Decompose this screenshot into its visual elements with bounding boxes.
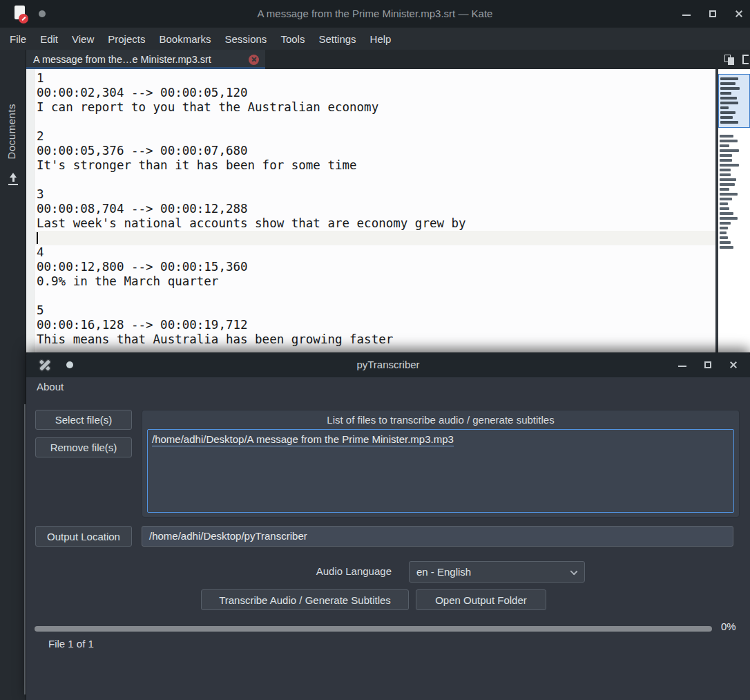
minimap-line <box>720 77 738 80</box>
kate-window-title: A message from the Prime Minister.mp3.sr… <box>0 0 750 28</box>
minimap-line <box>720 149 739 152</box>
text-editor[interactable]: 1 00:00:02,304 --> 00:00:05,120 I can re… <box>26 69 715 352</box>
minimap-line <box>720 202 728 205</box>
minimap-line <box>720 188 729 191</box>
file-list-item[interactable]: /home/adhi/Desktop/A message from the Pr… <box>152 433 454 446</box>
minimap-line <box>720 207 729 210</box>
minimap-line <box>720 102 738 104</box>
subtitle-index: 3 <box>35 187 715 202</box>
subtitle-index: 2 <box>35 129 715 144</box>
minimap-line <box>720 97 737 100</box>
menu-item[interactable]: Edit <box>40 33 58 45</box>
minimize-button[interactable] <box>677 359 688 370</box>
scrollbar-minimap[interactable] <box>718 69 750 352</box>
minimap-line <box>720 106 729 109</box>
minimap-line <box>720 82 735 85</box>
audio-language-select[interactable]: en - English <box>409 561 585 583</box>
editor-gutter <box>26 69 35 352</box>
tab-close-icon[interactable] <box>249 55 259 65</box>
minimap-visible-region[interactable] <box>718 74 750 128</box>
close-button[interactable] <box>733 8 744 19</box>
minimap-line <box>720 87 740 90</box>
menu-item[interactable]: Projects <box>108 33 145 45</box>
desktop: A message from the Prime Minister.mp3.sr… <box>0 0 750 700</box>
sidebar-splitter[interactable] <box>24 404 26 694</box>
pytranscriber-menubar: About <box>26 377 750 397</box>
minimap-lines <box>718 135 750 251</box>
minimap-line <box>720 135 733 138</box>
minimap-line <box>720 193 738 196</box>
tab-label: A message from the…e Minister.mp3.srt <box>26 54 244 65</box>
subtitle-text: 0.9% in the March quarter <box>35 274 715 289</box>
subtitle-timecode: 00:00:05,376 --> 00:00:07,680 <box>35 144 715 158</box>
minimap-line <box>720 178 736 181</box>
minimap-line <box>720 246 733 249</box>
menu-item[interactable]: Bookmarks <box>159 33 211 45</box>
menu-about[interactable]: About <box>37 381 64 392</box>
file-list-group: List of files to transcribe audio / gene… <box>142 410 740 518</box>
menu-item[interactable]: Tools <box>280 33 305 45</box>
subtitle-index: 5 <box>35 303 715 318</box>
file-list[interactable]: /home/adhi/Desktop/A message from the Pr… <box>147 429 734 513</box>
editor-content: 1 00:00:02,304 --> 00:00:05,120 I can re… <box>35 71 715 352</box>
output-location-field[interactable]: /home/adhi/Desktop/pyTranscriber <box>142 526 733 547</box>
subtitle-timecode: 00:00:16,128 --> 00:00:19,712 <box>35 318 715 332</box>
subtitle-text: I can report to you that the Australian … <box>35 100 715 115</box>
minimap-line <box>720 144 729 147</box>
output-location-button[interactable]: Output Location <box>35 526 132 547</box>
file-list-group-title: List of files to transcribe audio / gene… <box>142 414 739 426</box>
minimap-line <box>720 222 731 225</box>
subtitle-text: This means that Australia has been growi… <box>35 332 715 347</box>
blank-line <box>35 173 715 187</box>
pytranscriber-titlebar: pyTranscriber <box>26 352 750 377</box>
subtitle-block: 1 00:00:02,304 --> 00:00:05,120 I can re… <box>35 71 715 129</box>
open-output-folder-button[interactable]: Open Output Folder <box>416 589 546 610</box>
menu-item[interactable]: Help <box>370 33 392 45</box>
minimap-line <box>720 164 739 167</box>
documents-stack-icon[interactable] <box>724 55 734 65</box>
documents-arrow-icon[interactable] <box>8 173 19 185</box>
minimap-line <box>720 169 731 171</box>
document-tab[interactable]: A message from the…e Minister.mp3.srt <box>26 50 265 69</box>
minimap-line <box>720 236 728 239</box>
audio-language-value: en - English <box>416 566 471 578</box>
kate-tabbar: A message from the…e Minister.mp3.srt <box>26 50 750 69</box>
sidebar-documents-tab[interactable]: Documents <box>6 104 17 159</box>
minimize-button[interactable] <box>681 8 692 19</box>
minimap-line <box>720 241 731 244</box>
menu-item[interactable]: File <box>10 33 26 45</box>
subtitle-timecode: 00:00:12,800 --> 00:00:15,360 <box>35 260 715 274</box>
select-files-button[interactable]: Select file(s) <box>35 410 132 430</box>
close-button[interactable] <box>728 359 739 370</box>
minimap-line <box>720 111 735 114</box>
minimap-line <box>720 159 732 162</box>
maximize-button[interactable] <box>702 359 713 370</box>
transcribe-button[interactable]: Transcribe Audio / Generate Subtitles <box>201 589 409 610</box>
subtitle-index: 4 <box>35 245 715 260</box>
subtitle-timecode: 00:00:02,304 --> 00:00:05,120 <box>35 86 715 100</box>
open-document-icon[interactable] <box>742 55 749 64</box>
minimap-line <box>720 173 731 176</box>
subtitle-block: 3 00:00:08,704 --> 00:00:12,288 Last wee… <box>35 187 715 245</box>
blank-line <box>35 289 715 303</box>
pytranscriber-window: pyTranscriber About Select file(s) Remov… <box>26 352 750 700</box>
progress-bar <box>35 626 712 632</box>
minimap-line <box>720 231 727 234</box>
blank-line <box>35 115 715 129</box>
minimap-line <box>720 154 732 157</box>
menu-item[interactable]: View <box>72 33 94 45</box>
blank-line <box>35 347 715 352</box>
blank-line <box>35 231 715 245</box>
minimap-line <box>720 198 732 200</box>
minimap-line <box>720 183 735 186</box>
kate-titlebar: A message from the Prime Minister.mp3.sr… <box>0 0 750 28</box>
minimap-line <box>720 217 738 220</box>
remove-files-button[interactable]: Remove file(s) <box>35 437 132 457</box>
maximize-button[interactable] <box>707 8 718 19</box>
menu-item[interactable]: Settings <box>318 33 356 45</box>
kate-sidebar: Documents <box>0 50 26 700</box>
subtitle-block: 2 00:00:05,376 --> 00:00:07,680 It's str… <box>35 129 715 187</box>
menu-item[interactable]: Sessions <box>225 33 267 45</box>
minimap-line <box>720 116 733 119</box>
subtitle-index: 1 <box>35 71 715 86</box>
